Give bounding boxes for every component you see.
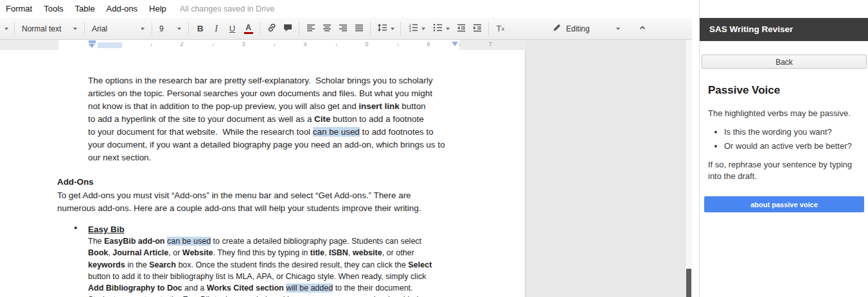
menu-item[interactable]: Help xyxy=(143,0,172,18)
doc-line: Add Bibliography to Doc and a Works Cite… xyxy=(88,282,432,294)
ruler-number: 5 xyxy=(365,41,368,47)
mode-dropdown[interactable]: Editing xyxy=(548,21,624,37)
toolbar-separator xyxy=(14,22,15,35)
svg-text:3: 3 xyxy=(409,29,412,33)
back-button[interactable]: Back xyxy=(702,55,867,69)
clear-formatting-t: T xyxy=(496,24,501,33)
paragraph-easybib[interactable]: The EasyBib add-on can be used to create… xyxy=(88,235,432,297)
clear-formatting-button[interactable]: Tx xyxy=(492,21,508,37)
font-size-value: 9 xyxy=(159,24,164,33)
ruler-number: 6 xyxy=(427,41,430,47)
doc-line: keywords in the Search box. Once the stu… xyxy=(88,259,432,271)
numbered-list-icon: 123 xyxy=(407,22,419,35)
save-status: All changes saved in Drive xyxy=(180,4,274,13)
paragraph-style-dropdown[interactable]: Normal text xyxy=(18,21,81,37)
align-left-button[interactable] xyxy=(303,21,319,37)
ruler-selection-strip xyxy=(98,42,122,48)
paragraph-get-addons[interactable]: To get Add-ons you must visit “Add-ons” … xyxy=(57,189,421,215)
underline-button[interactable]: U xyxy=(224,21,240,37)
right-indent-marker[interactable] xyxy=(452,42,458,46)
pencil-icon xyxy=(552,23,562,35)
toolbar: Normal text Arial 9 B I U A xyxy=(0,18,692,40)
font-family-dropdown[interactable]: Arial xyxy=(88,21,148,37)
chevron-down-icon xyxy=(177,28,181,30)
toolbar-separator xyxy=(152,22,152,35)
chevron-down-icon xyxy=(421,28,425,30)
chevron-down-icon xyxy=(616,28,620,30)
doc-line: numerous add-ons. Here are a couple add-… xyxy=(57,202,421,215)
italic-button[interactable]: I xyxy=(208,21,224,37)
menu-item[interactable]: Format xyxy=(0,0,38,18)
toolbar-separator xyxy=(260,22,260,35)
toolbar-separator xyxy=(188,22,189,35)
doc-line: our next section. xyxy=(88,151,445,164)
align-justify-button[interactable] xyxy=(351,21,367,37)
font-size-dropdown[interactable]: 9 xyxy=(155,21,185,37)
align-right-button[interactable] xyxy=(335,21,351,37)
toolbar-separator xyxy=(488,22,489,35)
sidebar-outro-text: If so, rephrase your sentence by typing … xyxy=(708,159,857,182)
chevron-down-icon xyxy=(446,28,450,30)
bulleted-list-button[interactable] xyxy=(429,21,453,37)
outdent-icon xyxy=(456,22,467,35)
toolbar-separator xyxy=(370,22,371,35)
insert-link-button[interactable] xyxy=(263,21,279,37)
font-family-value: Arial xyxy=(92,24,107,33)
sidebar-intro-text: The highlighted verbs may be passive. xyxy=(708,108,860,119)
outdent-button[interactable] xyxy=(453,21,469,37)
toolbar-separator xyxy=(84,22,85,35)
text-color-button[interactable]: A xyxy=(240,21,256,37)
sas-writing-reviser-panel: SAS Writing Reviser Back Passive Voice T… xyxy=(699,0,868,297)
document-scrollbar[interactable] xyxy=(685,40,692,297)
menu-item[interactable]: Add-ons xyxy=(101,0,143,18)
doc-line: To get Add-ons you must visit “Add-ons” … xyxy=(57,189,421,202)
mode-label: Editing xyxy=(566,24,590,33)
chevron-down-icon xyxy=(73,28,77,30)
first-line-indent-marker[interactable] xyxy=(89,40,96,43)
sidebar-header: SAS Writing Reviser xyxy=(700,18,868,41)
document-page[interactable]: The options in the research bar are pret… xyxy=(0,50,526,297)
align-right-icon xyxy=(337,22,349,35)
paragraph-research-bar[interactable]: The options in the research bar are pret… xyxy=(88,74,445,164)
chevron-up-icon xyxy=(637,22,648,35)
insert-comment-button[interactable] xyxy=(279,21,296,37)
doc-line: to add a hyperlink of the site to your d… xyxy=(88,113,445,126)
menu-item[interactable]: Tools xyxy=(38,0,69,18)
numbered-list-button[interactable]: 123 xyxy=(404,21,429,37)
collapse-toolbar-button[interactable] xyxy=(634,21,650,37)
chevron-down-icon xyxy=(391,28,394,30)
doc-line: not know is that in addition to the pop-… xyxy=(88,100,445,113)
bullet-item-easybib-title[interactable]: Easy Bib xyxy=(88,223,125,235)
sidebar-bullet-item: Or would an active verb be better? xyxy=(724,141,868,151)
ruler-canvas-zone xyxy=(526,40,685,50)
line-spacing-icon xyxy=(376,22,388,35)
doc-line: your document, if you want a detailed bi… xyxy=(88,139,445,151)
about-passive-voice-button[interactable]: about passive voice xyxy=(704,196,864,212)
indent-button[interactable] xyxy=(469,21,485,37)
doc-line: button to add it to their bibliography l… xyxy=(88,271,432,282)
text-color-swatch xyxy=(244,32,253,34)
left-indent-marker[interactable] xyxy=(89,44,95,48)
ruler-number: 3 xyxy=(242,41,245,47)
bold-button[interactable]: B xyxy=(192,21,208,37)
sidebar-bullet-item: Is this the wording you want? xyxy=(724,127,868,137)
toolbar-separator xyxy=(299,22,299,35)
bulleted-list-icon xyxy=(432,22,443,35)
doc-line: Easy Bib xyxy=(88,223,125,235)
line-spacing-button[interactable] xyxy=(374,21,397,37)
menu-item[interactable]: Table xyxy=(69,0,101,18)
toolbar-overflow-caret[interactable] xyxy=(2,21,11,37)
heading-add-ons[interactable]: Add-Ons xyxy=(57,177,94,187)
doc-line: articles on the topic. Personal searches… xyxy=(88,87,445,100)
bullet-marker: ● xyxy=(74,225,77,231)
indent-icon xyxy=(472,22,483,35)
chevron-down-icon xyxy=(4,28,8,30)
align-justify-icon xyxy=(353,22,365,35)
clear-formatting-x: x xyxy=(501,26,504,32)
document-canvas: The options in the research bar are pret… xyxy=(0,50,685,297)
doc-line: Students can return to the EasyBib tool … xyxy=(88,294,432,297)
sidebar-body: Back Passive Voice The highlighted verbs… xyxy=(700,41,868,297)
scrollbar-thumb[interactable] xyxy=(686,269,691,297)
align-center-button[interactable] xyxy=(319,21,335,37)
app-window: FormatToolsTableAdd-onsHelp All changes … xyxy=(0,0,868,297)
